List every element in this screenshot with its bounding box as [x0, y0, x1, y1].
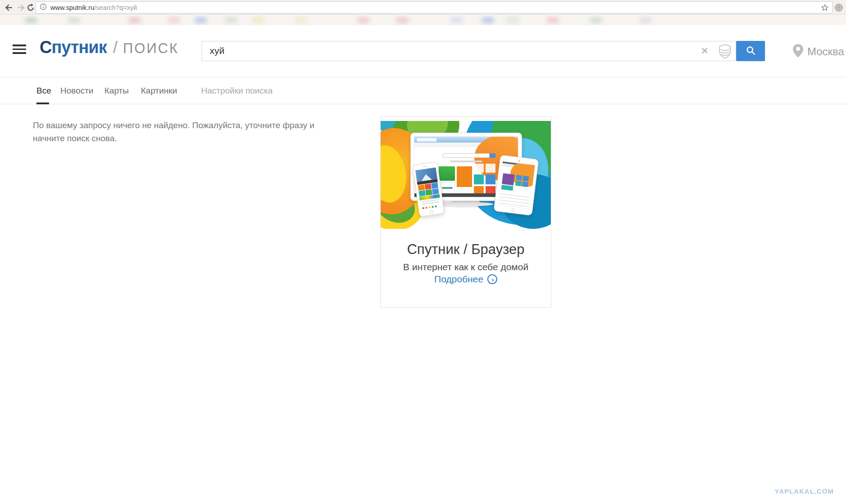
bookmarks-bar — [0, 15, 846, 25]
search-button[interactable] — [736, 41, 765, 61]
bookmark-blob — [547, 17, 559, 23]
tab-all[interactable]: Все — [36, 77, 51, 104]
tab-maps[interactable]: Карты — [104, 77, 129, 104]
logo-product: ПОИСК — [123, 40, 179, 57]
bookmark-blob — [450, 17, 463, 23]
browser-toolbar: www.sputnik.ru/search?q=хуй — [0, 0, 846, 15]
back-icon[interactable] — [4, 3, 14, 13]
url-text: www.sputnik.ru/search?q=хуй — [50, 4, 137, 11]
search-icon — [746, 45, 756, 57]
page-info-icon[interactable] — [40, 3, 47, 12]
browser-promo-card: Спутник / Браузер В интернет как к себе … — [380, 116, 551, 308]
bookmark-blob — [506, 17, 519, 23]
location-pin-icon — [793, 44, 803, 59]
bookmark-blob — [167, 17, 180, 23]
forward-icon[interactable] — [16, 3, 26, 13]
bookmark-blob — [25, 17, 37, 23]
bookmark-blob — [128, 17, 141, 23]
logo-divider: / — [113, 38, 117, 57]
promo-details-link[interactable]: Подробнее › — [381, 274, 551, 285]
bookmark-blob — [68, 17, 80, 23]
bookmark-blob — [396, 17, 409, 23]
browser-window: www.sputnik.ru/search?q=хуй — [0, 0, 846, 504]
sputnik-logo[interactable]: Спутник / ПОИСК — [40, 38, 179, 57]
location-selector[interactable]: Москва — [793, 44, 844, 59]
promo-devices-image — [381, 121, 551, 229]
bookmark-star-icon[interactable] — [821, 4, 829, 12]
monitor-base — [438, 202, 493, 206]
bookmark-blob — [482, 17, 494, 23]
bookmark-blob — [225, 17, 238, 23]
family-filter-shield-icon[interactable] — [717, 43, 733, 59]
address-bar[interactable]: www.sputnik.ru/search?q=хуй — [36, 1, 833, 13]
tablet-illustration — [494, 155, 539, 216]
bookmark-blob — [194, 17, 207, 23]
bookmark-blob — [357, 17, 369, 23]
bookmark-blob — [639, 17, 652, 23]
promo-link-label: Подробнее — [434, 274, 483, 285]
location-label: Москва — [807, 45, 844, 58]
tab-news[interactable]: Новости — [60, 77, 94, 104]
watermark: YAPLAKAL.COM — [775, 487, 834, 495]
profile-globe-icon[interactable] — [834, 3, 843, 12]
menu-icon[interactable] — [13, 45, 26, 54]
chevron-right-circle-icon: › — [487, 274, 497, 284]
url-host: www.sputnik.ru — [50, 4, 94, 11]
reload-icon[interactable] — [26, 3, 36, 13]
empty-results-message: По вашему запросу ничего не найдено. Пож… — [33, 119, 330, 145]
clear-search-icon[interactable]: × — [698, 41, 712, 61]
bookmark-blob — [252, 17, 265, 23]
tab-search-settings[interactable]: Настройки поиска — [201, 77, 273, 104]
url-path: /search?q=хуй — [94, 4, 137, 11]
promo-subtitle: В интернет как к себе домой — [381, 262, 551, 272]
tab-images[interactable]: Картинки — [141, 77, 177, 104]
search-input[interactable] — [202, 41, 736, 61]
bookmark-blob — [590, 17, 602, 23]
promo-title: Спутник / Браузер — [381, 241, 551, 258]
search-tabs: Все Новости Карты Картинки Настройки пои… — [0, 77, 846, 104]
bookmark-blob — [295, 17, 307, 23]
logo-brand: Спутник — [40, 38, 107, 57]
